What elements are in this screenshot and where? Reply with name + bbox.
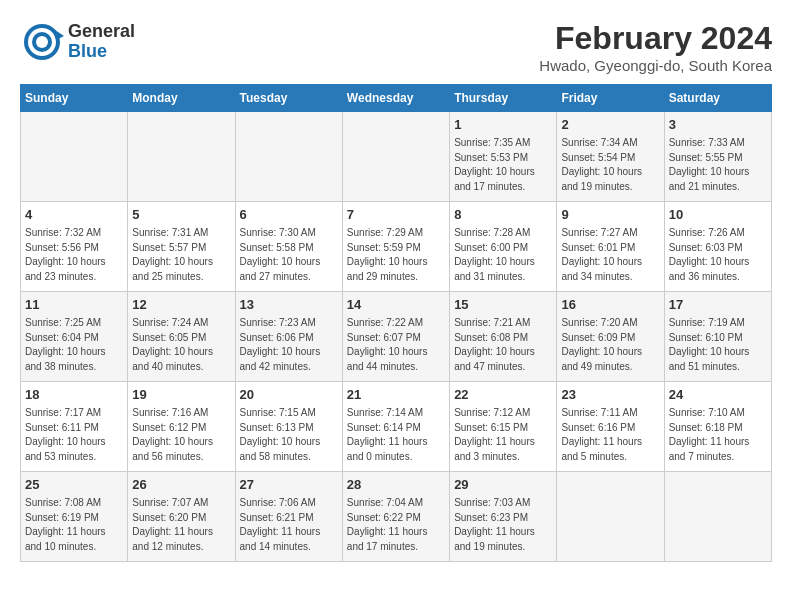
calendar-cell: 9Sunrise: 7:27 AM Sunset: 6:01 PM Daylig… (557, 202, 664, 292)
day-info: Sunrise: 7:19 AM Sunset: 6:10 PM Dayligh… (669, 316, 767, 374)
day-info: Sunrise: 7:15 AM Sunset: 6:13 PM Dayligh… (240, 406, 338, 464)
calendar-cell: 4Sunrise: 7:32 AM Sunset: 5:56 PM Daylig… (21, 202, 128, 292)
calendar-cell (128, 112, 235, 202)
day-number: 2 (561, 116, 659, 134)
svg-point-3 (36, 36, 48, 48)
day-number: 14 (347, 296, 445, 314)
day-number: 19 (132, 386, 230, 404)
calendar-cell: 12Sunrise: 7:24 AM Sunset: 6:05 PM Dayli… (128, 292, 235, 382)
calendar-cell: 6Sunrise: 7:30 AM Sunset: 5:58 PM Daylig… (235, 202, 342, 292)
day-number: 10 (669, 206, 767, 224)
day-number: 26 (132, 476, 230, 494)
day-info: Sunrise: 7:34 AM Sunset: 5:54 PM Dayligh… (561, 136, 659, 194)
calendar-cell: 22Sunrise: 7:12 AM Sunset: 6:15 PM Dayli… (450, 382, 557, 472)
calendar-header-row: SundayMondayTuesdayWednesdayThursdayFrid… (21, 85, 772, 112)
calendar-cell: 14Sunrise: 7:22 AM Sunset: 6:07 PM Dayli… (342, 292, 449, 382)
calendar-cell (342, 112, 449, 202)
day-info: Sunrise: 7:31 AM Sunset: 5:57 PM Dayligh… (132, 226, 230, 284)
day-number: 7 (347, 206, 445, 224)
day-number: 18 (25, 386, 123, 404)
calendar-cell (557, 472, 664, 562)
day-info: Sunrise: 7:33 AM Sunset: 5:55 PM Dayligh… (669, 136, 767, 194)
day-info: Sunrise: 7:06 AM Sunset: 6:21 PM Dayligh… (240, 496, 338, 554)
calendar-cell: 19Sunrise: 7:16 AM Sunset: 6:12 PM Dayli… (128, 382, 235, 472)
calendar-cell: 23Sunrise: 7:11 AM Sunset: 6:16 PM Dayli… (557, 382, 664, 472)
day-number: 20 (240, 386, 338, 404)
calendar-cell: 16Sunrise: 7:20 AM Sunset: 6:09 PM Dayli… (557, 292, 664, 382)
day-header-thursday: Thursday (450, 85, 557, 112)
logo-text-general: General (68, 21, 135, 41)
calendar-cell: 28Sunrise: 7:04 AM Sunset: 6:22 PM Dayli… (342, 472, 449, 562)
day-info: Sunrise: 7:32 AM Sunset: 5:56 PM Dayligh… (25, 226, 123, 284)
calendar-cell: 10Sunrise: 7:26 AM Sunset: 6:03 PM Dayli… (664, 202, 771, 292)
calendar-cell (21, 112, 128, 202)
day-info: Sunrise: 7:24 AM Sunset: 6:05 PM Dayligh… (132, 316, 230, 374)
day-info: Sunrise: 7:22 AM Sunset: 6:07 PM Dayligh… (347, 316, 445, 374)
day-number: 6 (240, 206, 338, 224)
calendar-table: SundayMondayTuesdayWednesdayThursdayFrid… (20, 84, 772, 562)
day-number: 17 (669, 296, 767, 314)
day-number: 13 (240, 296, 338, 314)
day-number: 9 (561, 206, 659, 224)
calendar-cell (664, 472, 771, 562)
calendar-cell: 18Sunrise: 7:17 AM Sunset: 6:11 PM Dayli… (21, 382, 128, 472)
day-info: Sunrise: 7:07 AM Sunset: 6:20 PM Dayligh… (132, 496, 230, 554)
day-info: Sunrise: 7:35 AM Sunset: 5:53 PM Dayligh… (454, 136, 552, 194)
day-info: Sunrise: 7:04 AM Sunset: 6:22 PM Dayligh… (347, 496, 445, 554)
calendar-cell: 8Sunrise: 7:28 AM Sunset: 6:00 PM Daylig… (450, 202, 557, 292)
day-number: 28 (347, 476, 445, 494)
day-info: Sunrise: 7:12 AM Sunset: 6:15 PM Dayligh… (454, 406, 552, 464)
day-number: 4 (25, 206, 123, 224)
calendar-cell (235, 112, 342, 202)
day-info: Sunrise: 7:21 AM Sunset: 6:08 PM Dayligh… (454, 316, 552, 374)
day-info: Sunrise: 7:20 AM Sunset: 6:09 PM Dayligh… (561, 316, 659, 374)
day-number: 23 (561, 386, 659, 404)
calendar-week-row: 4Sunrise: 7:32 AM Sunset: 5:56 PM Daylig… (21, 202, 772, 292)
day-header-friday: Friday (557, 85, 664, 112)
calendar-cell: 27Sunrise: 7:06 AM Sunset: 6:21 PM Dayli… (235, 472, 342, 562)
subtitle: Hwado, Gyeonggi-do, South Korea (539, 57, 772, 74)
calendar-cell: 11Sunrise: 7:25 AM Sunset: 6:04 PM Dayli… (21, 292, 128, 382)
calendar-week-row: 18Sunrise: 7:17 AM Sunset: 6:11 PM Dayli… (21, 382, 772, 472)
day-header-sunday: Sunday (21, 85, 128, 112)
day-number: 11 (25, 296, 123, 314)
calendar-cell: 29Sunrise: 7:03 AM Sunset: 6:23 PM Dayli… (450, 472, 557, 562)
day-info: Sunrise: 7:28 AM Sunset: 6:00 PM Dayligh… (454, 226, 552, 284)
day-info: Sunrise: 7:26 AM Sunset: 6:03 PM Dayligh… (669, 226, 767, 284)
day-number: 15 (454, 296, 552, 314)
day-info: Sunrise: 7:27 AM Sunset: 6:01 PM Dayligh… (561, 226, 659, 284)
day-number: 21 (347, 386, 445, 404)
calendar-cell: 26Sunrise: 7:07 AM Sunset: 6:20 PM Dayli… (128, 472, 235, 562)
calendar-week-row: 1Sunrise: 7:35 AM Sunset: 5:53 PM Daylig… (21, 112, 772, 202)
calendar-cell: 24Sunrise: 7:10 AM Sunset: 6:18 PM Dayli… (664, 382, 771, 472)
main-title: February 2024 (539, 20, 772, 57)
calendar-cell: 21Sunrise: 7:14 AM Sunset: 6:14 PM Dayli… (342, 382, 449, 472)
calendar-cell: 13Sunrise: 7:23 AM Sunset: 6:06 PM Dayli… (235, 292, 342, 382)
day-number: 25 (25, 476, 123, 494)
title-block: February 2024 Hwado, Gyeonggi-do, South … (539, 20, 772, 74)
calendar-cell: 1Sunrise: 7:35 AM Sunset: 5:53 PM Daylig… (450, 112, 557, 202)
calendar-week-row: 25Sunrise: 7:08 AM Sunset: 6:19 PM Dayli… (21, 472, 772, 562)
day-info: Sunrise: 7:03 AM Sunset: 6:23 PM Dayligh… (454, 496, 552, 554)
calendar-cell: 3Sunrise: 7:33 AM Sunset: 5:55 PM Daylig… (664, 112, 771, 202)
day-header-saturday: Saturday (664, 85, 771, 112)
day-info: Sunrise: 7:29 AM Sunset: 5:59 PM Dayligh… (347, 226, 445, 284)
day-info: Sunrise: 7:30 AM Sunset: 5:58 PM Dayligh… (240, 226, 338, 284)
day-number: 8 (454, 206, 552, 224)
day-header-monday: Monday (128, 85, 235, 112)
calendar-cell: 25Sunrise: 7:08 AM Sunset: 6:19 PM Dayli… (21, 472, 128, 562)
day-number: 1 (454, 116, 552, 134)
day-number: 27 (240, 476, 338, 494)
calendar-cell: 15Sunrise: 7:21 AM Sunset: 6:08 PM Dayli… (450, 292, 557, 382)
day-info: Sunrise: 7:17 AM Sunset: 6:11 PM Dayligh… (25, 406, 123, 464)
day-info: Sunrise: 7:08 AM Sunset: 6:19 PM Dayligh… (25, 496, 123, 554)
page-header: General Blue February 2024 Hwado, Gyeong… (20, 20, 772, 74)
day-header-wednesday: Wednesday (342, 85, 449, 112)
calendar-cell: 17Sunrise: 7:19 AM Sunset: 6:10 PM Dayli… (664, 292, 771, 382)
logo: General Blue (20, 20, 135, 64)
day-info: Sunrise: 7:14 AM Sunset: 6:14 PM Dayligh… (347, 406, 445, 464)
day-number: 16 (561, 296, 659, 314)
calendar-week-row: 11Sunrise: 7:25 AM Sunset: 6:04 PM Dayli… (21, 292, 772, 382)
day-header-tuesday: Tuesday (235, 85, 342, 112)
day-number: 29 (454, 476, 552, 494)
